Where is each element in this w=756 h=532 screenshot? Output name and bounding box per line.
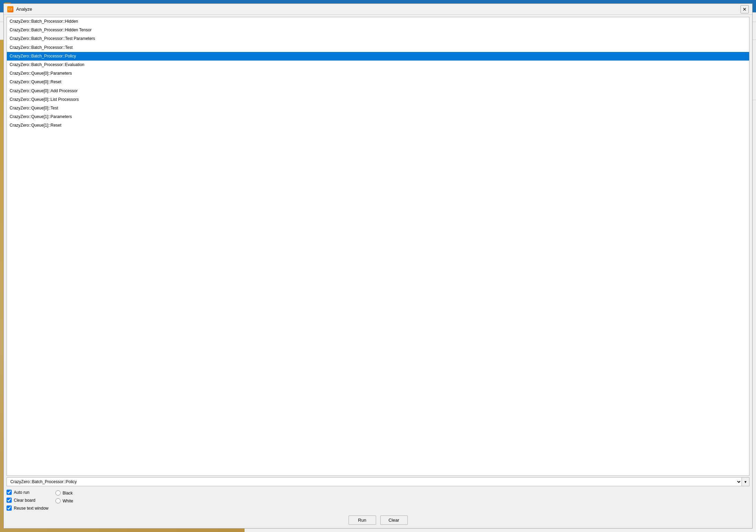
options-area: Auto run Clear board Reuse text window B…	[7, 490, 749, 511]
list-item[interactable]: CrazyZero::Batch_Processor::Hidden	[7, 17, 749, 26]
white-radio-label: White	[63, 499, 73, 503]
list-item[interactable]: CrazyZero::Queue[0]::List Processors	[7, 95, 749, 104]
list-item[interactable]: CrazyZero::Batch_Processor::Policy	[7, 52, 749, 61]
list-item[interactable]: CrazyZero::Queue[1]::Parameters	[7, 113, 749, 121]
radios-column: Black White	[55, 490, 73, 511]
buttons-row: Run Clear	[7, 515, 749, 525]
analyze-list[interactable]: CrazyZero::Batch_Processor::HiddenCrazyZ…	[7, 17, 749, 476]
list-item[interactable]: CrazyZero::Batch_Processor::Evaluation	[7, 61, 749, 69]
white-radio-row[interactable]: White	[55, 498, 73, 503]
analyze-dropdown[interactable]: CrazyZero::Batch_Processor::HiddenCrazyZ…	[7, 477, 742, 486]
list-item[interactable]: CrazyZero::Queue[0]::Test	[7, 104, 749, 113]
reuse-text-checkbox[interactable]	[7, 506, 12, 511]
clear-button[interactable]: Clear	[380, 515, 408, 525]
reuse-text-label: Reuse text window	[14, 506, 49, 511]
checkboxes-column: Auto run Clear board Reuse text window	[7, 490, 49, 511]
black-radio-row[interactable]: Black	[55, 490, 73, 496]
list-item[interactable]: CrazyZero::Batch_Processor::Test	[7, 43, 749, 52]
list-item[interactable]: CrazyZero::Queue[1]::Reset	[7, 121, 749, 130]
analyze-dialog: CZ Analyze ✕ CrazyZero::Batch_Processor:…	[3, 3, 753, 529]
dialog-title: Analyze	[16, 7, 741, 12]
auto-run-checkbox[interactable]	[7, 490, 12, 495]
dropdown-arrow-button[interactable]: ▼	[742, 477, 749, 486]
list-item[interactable]: CrazyZero::Queue[0]::Parameters	[7, 69, 749, 78]
list-item[interactable]: CrazyZero::Queue[0]::Reset	[7, 78, 749, 86]
run-button[interactable]: Run	[349, 515, 376, 525]
list-item[interactable]: CrazyZero::Batch_Processor::Hidden Tenso…	[7, 26, 749, 34]
right-panel: 02:20 00:10 0 0 CZ Analyze ✕	[245, 40, 756, 532]
clear-board-checkbox-row[interactable]: Clear board	[7, 498, 49, 503]
main-area: 02:20 00:10 0 0 CZ Analyze ✕	[0, 40, 756, 532]
list-item[interactable]: CrazyZero::Queue[0]::Add Processor	[7, 87, 749, 95]
dialog-titlebar: CZ Analyze ✕	[4, 4, 752, 15]
dialog-close-button[interactable]: ✕	[741, 5, 749, 13]
clear-board-label: Clear board	[14, 498, 35, 503]
auto-run-checkbox-row[interactable]: Auto run	[7, 490, 49, 495]
clear-board-checkbox[interactable]	[7, 498, 12, 503]
list-item[interactable]: CrazyZero::Batch_Processor::Test Paramet…	[7, 34, 749, 43]
reuse-text-checkbox-row[interactable]: Reuse text window	[7, 506, 49, 511]
auto-run-label: Auto run	[14, 490, 29, 495]
dropdown-row: CrazyZero::Batch_Processor::HiddenCrazyZ…	[7, 477, 749, 486]
black-radio[interactable]	[55, 490, 61, 496]
white-radio[interactable]	[55, 498, 61, 503]
black-radio-label: Black	[63, 491, 73, 496]
dialog-app-icon: CZ	[7, 6, 13, 12]
